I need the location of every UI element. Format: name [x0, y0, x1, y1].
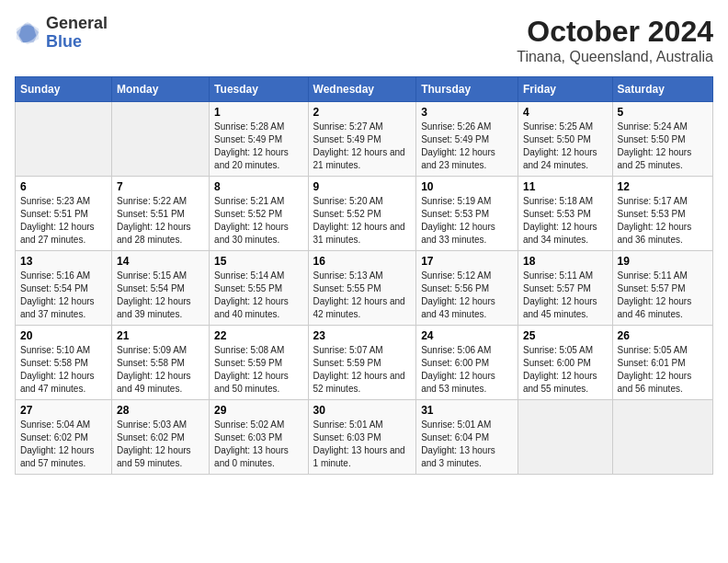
header-tuesday: Tuesday: [210, 77, 308, 102]
daylight-text: Daylight: 12 hours and 27 minutes.: [20, 222, 95, 245]
day-number: 24: [421, 329, 513, 342]
calendar-title: October 2024: [517, 15, 713, 49]
sunset-text: Sunset: 5:57 PM: [523, 283, 591, 293]
calendar-cell-0-6: 5 Sunrise: 5:24 AM Sunset: 5:50 PM Dayli…: [612, 102, 712, 177]
day-info: Sunrise: 5:11 AM Sunset: 5:57 PM Dayligh…: [523, 270, 608, 321]
daylight-text: Daylight: 12 hours and 42 minutes.: [313, 296, 405, 319]
sunrise-text: Sunrise: 5:28 AM: [214, 121, 284, 132]
calendar-cell-0-3: 2 Sunrise: 5:27 AM Sunset: 5:49 PM Dayli…: [308, 102, 416, 177]
calendar-cell-3-0: 20 Sunrise: 5:10 AM Sunset: 5:58 PM Dayl…: [16, 326, 112, 400]
sunset-text: Sunset: 6:03 PM: [313, 432, 381, 442]
day-info: Sunrise: 5:17 AM Sunset: 5:53 PM Dayligh…: [618, 195, 708, 247]
daylight-text: Daylight: 12 hours and 55 minutes.: [523, 371, 597, 394]
sunset-text: Sunset: 6:02 PM: [20, 432, 88, 442]
sunset-text: Sunset: 5:53 PM: [421, 209, 489, 219]
calendar-week-3: 20 Sunrise: 5:10 AM Sunset: 5:58 PM Dayl…: [16, 326, 713, 400]
day-number: 3: [421, 106, 513, 119]
day-number: 1: [214, 106, 302, 119]
sunrise-text: Sunrise: 5:02 AM: [214, 419, 284, 430]
day-info: Sunrise: 5:05 AM Sunset: 6:01 PM Dayligh…: [618, 344, 708, 396]
daylight-text: Daylight: 12 hours and 56 minutes.: [618, 371, 692, 394]
sunset-text: Sunset: 6:01 PM: [618, 358, 686, 368]
calendar-cell-0-4: 3 Sunrise: 5:26 AM Sunset: 5:49 PM Dayli…: [416, 102, 518, 177]
day-number: 25: [523, 329, 608, 342]
day-number: 14: [117, 255, 204, 268]
calendar-cell-2-2: 15 Sunrise: 5:14 AM Sunset: 5:55 PM Dayl…: [210, 251, 308, 326]
calendar-body: 1 Sunrise: 5:28 AM Sunset: 5:49 PM Dayli…: [16, 102, 713, 475]
calendar-cell-1-5: 11 Sunrise: 5:18 AM Sunset: 5:53 PM Dayl…: [518, 177, 612, 251]
day-info: Sunrise: 5:12 AM Sunset: 5:56 PM Dayligh…: [421, 270, 513, 321]
day-info: Sunrise: 5:15 AM Sunset: 5:54 PM Dayligh…: [117, 270, 204, 321]
daylight-text: Daylight: 12 hours and 52 minutes.: [313, 371, 405, 394]
sunrise-text: Sunrise: 5:12 AM: [421, 270, 491, 281]
sunrise-text: Sunrise: 5:21 AM: [214, 196, 284, 206]
sunset-text: Sunset: 5:57 PM: [618, 283, 686, 293]
sunrise-text: Sunrise: 5:09 AM: [117, 345, 187, 355]
daylight-text: Daylight: 12 hours and 43 minutes.: [421, 296, 495, 319]
day-number: 11: [523, 180, 608, 193]
calendar-cell-3-4: 24 Sunrise: 5:06 AM Sunset: 6:00 PM Dayl…: [416, 326, 518, 400]
daylight-text: Daylight: 12 hours and 34 minutes.: [523, 222, 597, 245]
day-info: Sunrise: 5:10 AM Sunset: 5:58 PM Dayligh…: [20, 344, 107, 396]
day-number: 23: [313, 329, 412, 342]
day-info: Sunrise: 5:05 AM Sunset: 6:00 PM Dayligh…: [523, 344, 608, 396]
sunrise-text: Sunrise: 5:14 AM: [214, 270, 284, 281]
header-monday: Monday: [112, 77, 210, 102]
sunset-text: Sunset: 5:52 PM: [214, 209, 282, 219]
daylight-text: Daylight: 12 hours and 36 minutes.: [618, 222, 692, 245]
calendar-table: Sunday Monday Tuesday Wednesday Thursday…: [15, 76, 713, 475]
calendar-week-2: 13 Sunrise: 5:16 AM Sunset: 5:54 PM Dayl…: [16, 251, 713, 326]
logo-icon: [15, 20, 40, 46]
sunset-text: Sunset: 5:56 PM: [421, 283, 489, 293]
calendar-cell-2-1: 14 Sunrise: 5:15 AM Sunset: 5:54 PM Dayl…: [112, 251, 210, 326]
sunrise-text: Sunrise: 5:22 AM: [117, 196, 187, 206]
daylight-text: Daylight: 12 hours and 25 minutes.: [618, 147, 692, 170]
calendar-cell-4-4: 31 Sunrise: 5:01 AM Sunset: 6:04 PM Dayl…: [416, 400, 518, 475]
sunrise-text: Sunrise: 5:26 AM: [421, 121, 491, 132]
day-number: 4: [523, 106, 608, 119]
day-number: 10: [421, 180, 513, 193]
calendar-cell-2-0: 13 Sunrise: 5:16 AM Sunset: 5:54 PM Dayl…: [16, 251, 112, 326]
day-number: 22: [214, 329, 302, 342]
calendar-cell-2-3: 16 Sunrise: 5:13 AM Sunset: 5:55 PM Dayl…: [308, 251, 416, 326]
sunset-text: Sunset: 5:49 PM: [421, 134, 489, 144]
day-info: Sunrise: 5:06 AM Sunset: 6:00 PM Dayligh…: [421, 344, 513, 396]
day-info: Sunrise: 5:09 AM Sunset: 5:58 PM Dayligh…: [117, 344, 204, 396]
calendar-cell-3-3: 23 Sunrise: 5:07 AM Sunset: 5:59 PM Dayl…: [308, 326, 416, 400]
calendar-cell-1-1: 7 Sunrise: 5:22 AM Sunset: 5:51 PM Dayli…: [112, 177, 210, 251]
calendar-cell-2-5: 18 Sunrise: 5:11 AM Sunset: 5:57 PM Dayl…: [518, 251, 612, 326]
day-info: Sunrise: 5:01 AM Sunset: 6:03 PM Dayligh…: [313, 419, 412, 470]
sunrise-text: Sunrise: 5:01 AM: [313, 419, 383, 430]
day-number: 9: [313, 180, 412, 193]
sunset-text: Sunset: 5:53 PM: [523, 209, 591, 219]
sunset-text: Sunset: 5:53 PM: [618, 209, 686, 219]
day-number: 20: [20, 329, 107, 342]
sunset-text: Sunset: 5:50 PM: [618, 134, 686, 144]
sunset-text: Sunset: 5:51 PM: [117, 209, 185, 219]
header-thursday: Thursday: [416, 77, 518, 102]
sunset-text: Sunset: 5:59 PM: [313, 358, 381, 368]
day-number: 5: [618, 106, 708, 119]
day-info: Sunrise: 5:20 AM Sunset: 5:52 PM Dayligh…: [313, 195, 412, 247]
daylight-text: Daylight: 12 hours and 57 minutes.: [20, 445, 95, 468]
sunrise-text: Sunrise: 5:13 AM: [313, 270, 383, 281]
daylight-text: Daylight: 12 hours and 47 minutes.: [20, 371, 95, 394]
sunset-text: Sunset: 5:55 PM: [214, 283, 282, 293]
sunrise-text: Sunrise: 5:11 AM: [523, 270, 593, 281]
day-info: Sunrise: 5:14 AM Sunset: 5:55 PM Dayligh…: [214, 270, 302, 321]
sunrise-text: Sunrise: 5:07 AM: [313, 345, 383, 355]
sunset-text: Sunset: 6:00 PM: [421, 358, 489, 368]
daylight-text: Daylight: 12 hours and 30 minutes.: [214, 222, 289, 245]
sunrise-text: Sunrise: 5:04 AM: [20, 419, 90, 430]
calendar-cell-3-5: 25 Sunrise: 5:05 AM Sunset: 6:00 PM Dayl…: [518, 326, 612, 400]
day-number: 29: [214, 404, 302, 417]
sunrise-text: Sunrise: 5:05 AM: [618, 345, 688, 355]
daylight-text: Daylight: 12 hours and 50 minutes.: [214, 371, 289, 394]
calendar-cell-1-6: 12 Sunrise: 5:17 AM Sunset: 5:53 PM Dayl…: [612, 177, 712, 251]
daylight-text: Daylight: 12 hours and 31 minutes.: [313, 222, 405, 245]
daylight-text: Daylight: 12 hours and 53 minutes.: [421, 371, 495, 394]
day-number: 19: [618, 255, 708, 268]
daylight-text: Daylight: 12 hours and 37 minutes.: [20, 296, 95, 319]
header-wednesday: Wednesday: [308, 77, 416, 102]
calendar-week-4: 27 Sunrise: 5:04 AM Sunset: 6:02 PM Dayl…: [16, 400, 713, 475]
